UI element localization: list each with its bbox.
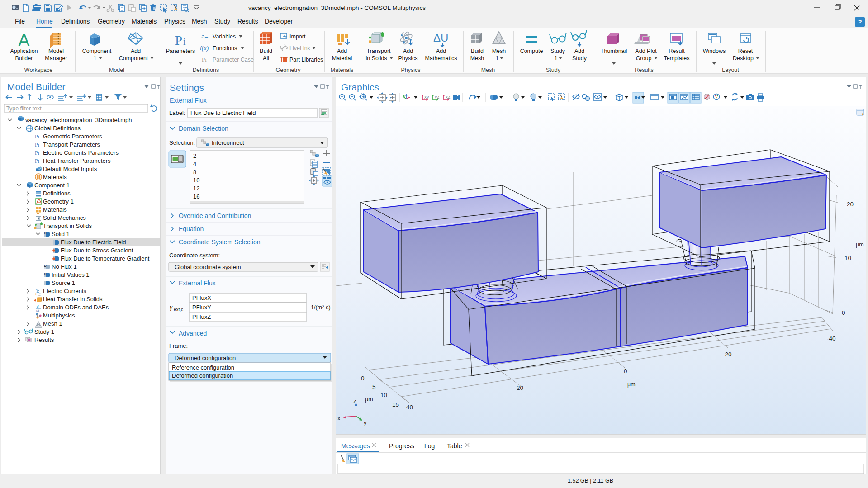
svg-text:a=: a= [201,33,209,40]
svg-text:Model Builder: Model Builder [7,81,65,92]
svg-text:15: 15 [392,401,399,408]
svg-text:Label:: Label: [169,109,185,116]
svg-text:Model: Model [109,67,124,73]
svg-text:Global coordinate system: Global coordinate system [175,264,241,270]
svg-text:Initial Values 1: Initial Values 1 [52,271,90,278]
svg-text:Solid Mechanics: Solid Mechanics [43,214,86,221]
svg-text:Flux Due to Electric Field: Flux Due to Electric Field [190,109,256,116]
svg-text:-20: -20 [723,351,732,358]
svg-text:Parameters: Parameters [166,48,195,54]
svg-text:μm: μm [627,381,636,388]
svg-text:Graphics: Graphics [341,82,379,92]
svg-text:Multiphysics: Multiphysics [43,312,75,319]
svg-text:Global Definitions: Global Definitions [34,125,81,132]
svg-text:Solid 1: Solid 1 [52,231,70,237]
svg-text:1: 1 [496,55,499,62]
svg-text:1: 1 [555,55,558,62]
svg-text:i: i [183,37,186,47]
svg-text:4: 4 [193,161,196,167]
svg-text:Layout: Layout [722,67,739,73]
svg-text:Add: Add [436,48,446,54]
svg-text:Coordinate System Selection: Coordinate System Selection [179,238,261,246]
svg-text:Coordinate system:: Coordinate system: [169,252,220,259]
svg-text:Messages: Messages [341,442,370,450]
svg-text:Definitions: Definitions [43,190,71,197]
svg-text:5: 5 [372,384,376,390]
svg-text:Electric Currents Parameters: Electric Currents Parameters [43,149,119,156]
svg-text:Templates: Templates [664,55,690,62]
svg-text:Result: Result [669,48,685,54]
svg-text:Thumbnail: Thumbnail [601,48,627,54]
svg-text:Materials: Materials [331,67,354,73]
svg-text:_: _ [38,292,41,296]
svg-text:Interconnect: Interconnect [212,139,244,146]
svg-text:2: 2 [193,152,196,159]
svg-text:+: + [35,292,37,296]
svg-text:Pı: Pı [35,158,40,164]
svg-text:Progress: Progress [389,442,414,450]
svg-text:Study: Study [546,67,561,73]
svg-text:Flux Due to Electric Field: Flux Due to Electric Field [61,239,126,246]
svg-text:40: 40 [406,404,413,411]
svg-text:Deformed configuration: Deformed configuration [175,355,236,361]
svg-text:Advanced: Advanced [179,330,207,337]
svg-text:PFluxX: PFluxX [192,294,211,301]
svg-text:Flux Due to Stress Gradient: Flux Due to Stress Gradient [61,247,133,254]
svg-text:xz: xz [446,94,451,99]
svg-text:ext,c: ext,c [174,307,183,312]
svg-text:Transport: Transport [366,48,391,54]
svg-text:Desktop: Desktop [733,55,754,62]
svg-text:Add: Add [574,48,584,54]
svg-text:Add: Add [337,48,347,54]
svg-text:Domain ODEs and DAEs: Domain ODEs and DAEs [43,304,109,311]
svg-text:Add: Add [403,48,413,54]
svg-text:Component: Component [119,55,148,62]
svg-text:xy: xy [424,94,429,99]
svg-text:Pı: Pı [35,150,40,156]
svg-text:External Flux: External Flux [179,280,216,287]
svg-text:All: All [263,55,269,62]
svg-text:Table: Table [447,442,462,450]
svg-text:Build: Build [260,48,272,54]
svg-text:0: 0 [842,309,845,316]
svg-text:D: D [44,231,47,235]
svg-text:PFluxY: PFluxY [192,304,211,311]
svg-text:Geometry: Geometry [276,67,301,73]
svg-text:Pı: Pı [35,133,40,140]
svg-text:Heat Transfer Parameters: Heat Transfer Parameters [43,157,111,164]
svg-text:z: z [353,398,356,404]
svg-text:Builder: Builder [15,55,33,62]
svg-text:y: y [364,419,367,426]
svg-text:Physics: Physics [398,55,417,62]
svg-text:Variables: Variables [213,33,236,40]
svg-text:Component: Component [82,48,112,54]
svg-text:0: 0 [624,368,627,374]
svg-text:Manager: Manager [45,55,67,62]
svg-text:Component 1: Component 1 [34,182,70,189]
svg-text:Mesh 1: Mesh 1 [43,320,62,327]
svg-text:D: D [44,272,47,276]
svg-text:yz: yz [435,94,440,99]
svg-text:10: 10 [380,392,387,398]
svg-text:Reset: Reset [738,48,753,54]
svg-text:Transport in Solids: Transport in Solids [43,223,92,229]
svg-text:Model: Model [48,48,64,54]
svg-text:Mesh: Mesh [481,67,495,73]
svg-text:Mesh: Mesh [492,48,506,54]
svg-text:Definitions: Definitions [193,67,219,73]
svg-text:LiveLink: LiveLink [289,45,311,52]
svg-text:Pı: Pı [202,56,207,63]
svg-text:Mathematics: Mathematics [425,55,457,62]
svg-text:Transport Parameters: Transport Parameters [43,141,100,148]
svg-text:Materials: Materials [43,174,67,180]
svg-text:Log: Log [424,442,435,450]
svg-text:Domain Selection: Domain Selection [179,125,228,132]
svg-text:vacancy_electromigration_3Dmod: vacancy_electromigration_3Dmodel.mph [25,117,132,123]
svg-text:Import: Import [289,33,306,40]
svg-text:0: 0 [361,375,365,382]
svg-text:8: 8 [193,169,196,175]
svg-text:A: A [18,31,30,50]
svg-text:Workspace: Workspace [24,67,52,73]
svg-text:x: x [337,415,341,422]
svg-text:12: 12 [193,185,199,192]
